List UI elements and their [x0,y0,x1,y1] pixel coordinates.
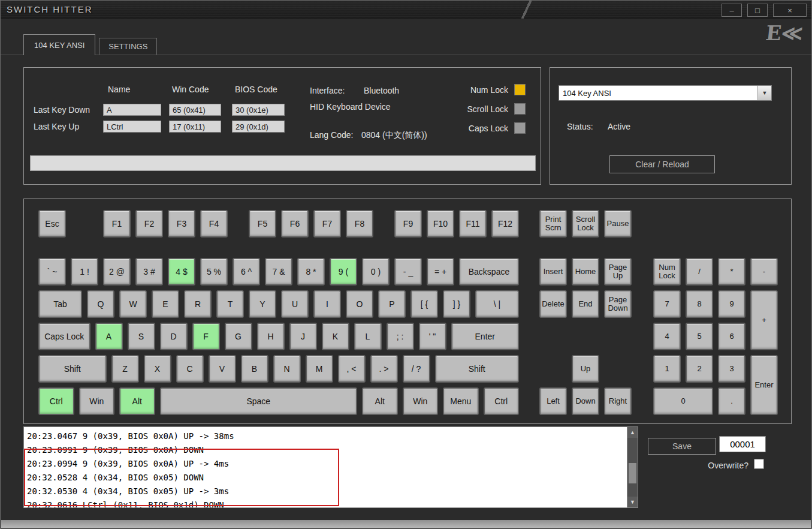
save-counter[interactable]: 00001 [719,436,766,452]
keyboard-row: Up [539,355,632,383]
keyboard-key: O [346,290,373,318]
keyboard-key: P [378,290,406,318]
keyboard-key: F7 [313,210,341,238]
tab-bar: 104 KEY ANSI SETTINGS [23,35,157,55]
keyboard-key: T [216,290,244,318]
keyboard-key: Esc [38,210,66,238]
lock-indicator [514,84,526,95]
key-test-input[interactable] [30,155,536,171]
keyboard-key: Tab [38,290,82,318]
close-button[interactable]: × [773,4,807,17]
log-scrollbar[interactable]: ▲ ▼ [627,427,638,507]
log-line: 20:32.0528 4 (0x34, BIOS 0x05) DOWN [27,471,624,485]
column-header-win-code: Win Code [172,85,209,94]
keyboard-key: H [257,323,285,350]
keyboard-key: C [176,355,204,383]
keyboard-key: B [241,355,268,383]
keyboard-key: 4 $ [168,258,195,285]
log-line: 20:32.0530 4 (0x34, BIOS 0x05) UP -> 3ms [27,485,624,498]
keyboard-key: Page Down [604,290,632,318]
column-header-name: Name [108,85,130,94]
keyboard-key: X [144,355,171,383]
keyboard-key: ` ~ [38,258,66,285]
keyboard-key: ' " [419,323,446,350]
keyboard-key: . > [370,355,398,383]
interface-value: Bluetooth [364,86,399,95]
keyboard-key: = + [427,258,454,285]
keyboard-key: Num Lock [653,258,681,285]
keyboard-key: F1 [103,210,131,238]
log-line: 20:32.0616 LCtrl (0x11, BIOS 0x1d) DOWN [27,498,624,508]
keyboard-key: Caps Lock [38,323,90,350]
keyboard-key: Down [572,387,599,415]
keyboard-panel: EscF1F2F3F4F5F6F7F8F9F10F11F12` ~1 !2 @3… [23,199,792,424]
keyboard-key: J [289,323,317,350]
keyboard-key: Enter [451,323,520,350]
last-key-down-name-field: A [103,104,161,116]
layout-dropdown[interactable]: 104 Key ANSI ▼ [559,85,772,101]
keyboard-key: Y [249,290,276,318]
scroll-up-icon[interactable]: ▲ [627,427,638,438]
lock-label: Num Lock [470,85,508,95]
lock-indicator [514,103,526,115]
keyboard-key: R [184,290,212,318]
keyboard-row: EscF1F2F3F4F5F6F7F8F9F10F11F12 [38,210,519,238]
lock-label: Caps Lock [469,124,508,133]
keyboard-key: E [152,290,179,318]
keyboard-key: Alt [119,387,155,415]
ek-logo: E≪ [765,21,804,45]
keyboard-key: \ | [475,290,519,318]
title-bar: SWITCH HITTER – □ × [1,1,811,19]
keyboard-key: Insert [539,258,567,285]
keyboard-key: 7 [653,290,681,318]
last-key-down-win-code-field: 65 (0x41) [169,104,221,116]
last-key-up-name-field: LCtrl [103,121,161,133]
column-header-bios-code: BIOS Code [235,85,277,94]
keyboard-key: Backspace [459,258,519,285]
scrollbar-thumb[interactable] [629,463,636,483]
keyboard-row: ` ~1 !2 @3 #4 $5 %6 ^7 &8 *9 (0 )- _= +B… [38,258,519,285]
clear-reload-button[interactable]: Clear / Reload [609,155,715,173]
log-line: 20:23.0467 9 (0x39, BIOS 0x0A) UP -> 38m… [27,429,624,443]
scroll-down-icon[interactable]: ▼ [627,497,638,507]
tab-104-key-ansi[interactable]: 104 KEY ANSI [23,34,95,55]
keyboard-key: 5 % [200,258,228,285]
keyboard-key: W [119,290,147,318]
last-key-up-label: Last Key Up [34,122,79,131]
last-key-down-label: Last Key Down [34,105,90,115]
keyboard-key: Shift [435,355,520,383]
app-window: SWITCH HITTER – □ × E≪ 104 KEY ANSI SETT… [0,0,812,529]
keyboard-key: F9 [394,210,422,238]
titlebar-slash-decoration [506,1,548,19]
keyboard-key: 6 [718,323,745,350]
keyboard-key: Z [111,355,139,383]
maximize-button[interactable]: □ [747,4,768,17]
keyboard-key: / ? [403,355,430,383]
keyboard-key: 9 [718,290,745,318]
interface-label: Interface: [310,86,345,95]
window-title: SWITCH HITTER [7,4,93,14]
keyboard-key: 6 ^ [233,258,260,285]
minimize-button[interactable]: – [722,4,742,17]
keyboard-row: LeftDownRight [539,387,632,415]
keyboard-key: M [306,355,333,383]
keyboard-key: 5 [686,323,713,350]
keyboard-key: F4 [200,210,228,238]
keyboard-key: 2 [686,355,713,383]
keyboard-row: DeleteEndPage Down [539,290,632,318]
save-button[interactable]: Save [648,438,716,455]
keyboard-key: Home [572,258,599,285]
device-name: HID Keyboard Device [310,102,391,112]
tab-settings[interactable]: SETTINGS [99,38,157,55]
keyboard-row: Print ScrnScroll LockPause [539,210,632,238]
status-value: Active [608,122,630,131]
keyboard-key: F5 [249,210,276,238]
keyboard-key: 9 ( [330,258,357,285]
event-log-lines: 20:23.0467 9 (0x39, BIOS 0x0A) UP -> 38m… [27,429,624,508]
layout-dropdown-value[interactable]: 104 Key ANSI [559,86,757,100]
keyboard-key: , < [338,355,366,383]
keyboard-key: F2 [135,210,163,238]
chevron-down-icon[interactable]: ▼ [757,86,771,100]
overwrite-checkbox[interactable] [754,459,764,469]
keyboard-key: ; : [387,323,414,350]
